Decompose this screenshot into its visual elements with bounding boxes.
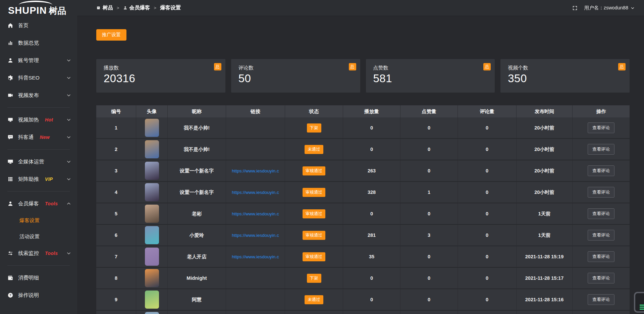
view-comments-button[interactable]: 查看评论 (588, 230, 614, 241)
nickname: 老彬 (168, 203, 226, 225)
floating-widget[interactable] (634, 292, 644, 313)
video-link[interactable]: https://www.iesdouyin.c (232, 254, 279, 259)
view-comments-button[interactable]: 查看评论 (588, 122, 614, 133)
video-icon (7, 92, 13, 98)
stat-card-videos: 视频个数350总 (500, 59, 630, 93)
view-comments-button[interactable]: 查看评论 (588, 208, 614, 219)
view-comments-button[interactable]: 查看评论 (588, 144, 614, 155)
column-header: 评论量 (458, 105, 517, 117)
publish-time: 2021-11-28 15:17 (517, 268, 573, 289)
chevron-down-icon (66, 177, 71, 181)
nickname: 老人开店 (168, 246, 226, 268)
column-header: 操作 (573, 105, 630, 117)
view-comments-button[interactable]: 查看评论 (588, 273, 614, 283)
sidebar-subitem-baoke-setting[interactable]: 爆客设置 (0, 212, 77, 228)
home-icon (7, 22, 13, 29)
sidebar-item-badge: Tools (45, 201, 58, 206)
video-link[interactable]: https://www.iesdouyin.c (232, 211, 279, 216)
view-comments-button[interactable]: 查看评论 (588, 187, 614, 198)
row-number (96, 311, 136, 314)
chevron-down-icon (66, 135, 71, 140)
play-count: 0 (343, 203, 400, 225)
screen-icon (7, 117, 13, 123)
data-table: 编号头像昵称链接状态播放量点赞量评论量发布时间操作 1我不是小帅!下架00020… (96, 105, 630, 314)
table-row: 7老人开店https://www.iesdouyin.c审核通过35002021… (96, 246, 630, 268)
user-menu[interactable]: 用户名：zswodun88 (584, 5, 635, 11)
fullscreen-icon[interactable] (572, 5, 578, 11)
like-count: 0 (400, 160, 458, 182)
action-cell: 查看评论 (573, 139, 630, 160)
sidebar-item-matrix-boost[interactable]: 矩阵助推VIP (0, 170, 77, 188)
sidebar-item-label: 视频加热 (18, 116, 39, 123)
sidebar-item-home[interactable]: 首页 (0, 17, 77, 34)
nickname: 阿慧 (168, 289, 226, 311)
comment-count: 0 (458, 160, 517, 182)
comment-count: 0 (458, 225, 517, 246)
sidebar-item-video-publish[interactable]: 视频发布 (0, 87, 77, 104)
column-header: 昵称 (168, 105, 226, 117)
logo-arc (19, 1, 52, 5)
stat-value: 20316 (104, 72, 225, 85)
table-body: 1我不是小帅!下架00020小时前查看评论2我不是小帅!未通过00020小时前查… (96, 117, 630, 314)
stat-label: 视频个数 (508, 65, 630, 71)
comment-count: 0 (458, 203, 517, 225)
sidebar-item-consume-detail[interactable]: 消费明细 (0, 269, 77, 286)
publish-time: 20小时前 (517, 139, 573, 160)
nickname: 设置一个新名字 (168, 160, 226, 182)
view-comments-button[interactable]: 查看评论 (588, 165, 614, 176)
breadcrumb-item[interactable]: 会员爆客 (123, 4, 150, 11)
view-comments-button[interactable]: 查看评论 (588, 294, 614, 305)
sidebar-item-badge: VIP (45, 176, 53, 182)
column-header: 发布时间 (517, 105, 573, 117)
link-cell (226, 117, 285, 139)
action-cell: 查看评论 (573, 182, 630, 203)
like-count: 0 (400, 139, 458, 160)
sidebar-item-operation-guide[interactable]: 操作说明 (0, 286, 77, 304)
sidebar-item-label: 消费明细 (18, 274, 39, 281)
column-header: 状态 (285, 105, 343, 117)
stat-value: 350 (508, 72, 630, 85)
sidebar-item-douketong[interactable]: 抖客通New (0, 128, 77, 146)
comment-count: 0 (458, 246, 517, 268)
breadcrumb-item[interactable]: 爆客设置 (160, 4, 181, 11)
status-cell: 审核通过 (285, 246, 343, 268)
sidebar-item-member-baoke[interactable]: 会员爆客Tools (0, 195, 77, 212)
link-cell (226, 139, 285, 160)
sidebar-item-account-manage[interactable]: 账号管理 (0, 52, 77, 69)
sidebar-item-label: 会员爆客 (18, 200, 39, 207)
sidebar-item-douyin-seo[interactable]: 抖音SEO (0, 69, 77, 87)
video-link[interactable]: https://www.iesdouyin.c (232, 233, 279, 238)
video-link[interactable]: https://www.iesdouyin.c (232, 190, 279, 195)
nickname: 我不是小帅! (168, 139, 226, 160)
avatar-cell (136, 203, 168, 225)
square-icon (96, 6, 101, 10)
link-cell: https://www.iesdouyin.c (226, 246, 285, 268)
promo-settings-button[interactable]: 推广设置 (96, 29, 126, 41)
comment-count: 0 (458, 139, 517, 160)
view-comments-button[interactable]: 查看评论 (588, 251, 614, 262)
status-cell: 审核通过 (285, 182, 343, 203)
publish-time: 20小时前 (517, 182, 573, 203)
link-cell: https://www.iesdouyin.c (226, 182, 285, 203)
like-count: 3 (400, 225, 458, 246)
user-area: 用户名：zswodun88 (572, 5, 635, 11)
sidebar-item-clue-monitor[interactable]: 线索监控Tools (0, 245, 77, 262)
like-count: 0 (400, 203, 458, 225)
sidebar-item-data-overview[interactable]: 数据总览 (0, 34, 77, 52)
status-cell: 下架 (285, 117, 343, 139)
sidebar-subitem-activity-setting[interactable]: 活动设置 (0, 228, 77, 245)
avatar (145, 248, 159, 266)
row-number: 4 (96, 182, 136, 203)
breadcrumb-item[interactable]: 树品 (96, 4, 113, 11)
table-header: 编号头像昵称链接状态播放量点赞量评论量发布时间操作 (96, 105, 630, 117)
username-label: 用户名：zswodun88 (584, 5, 628, 11)
floating-widget-bar (640, 307, 644, 308)
sidebar-item-media-operation[interactable]: 全媒体运营 (0, 153, 77, 170)
user-icon (7, 57, 13, 63)
sidebar-item-video-heat[interactable]: 视频加热Hot (0, 111, 77, 128)
video-link[interactable]: https://www.iesdouyin.c (232, 168, 279, 173)
wallet-icon (7, 275, 13, 281)
nickname (168, 311, 226, 314)
play-count: 281 (343, 225, 400, 246)
like-count: 0 (400, 268, 458, 289)
